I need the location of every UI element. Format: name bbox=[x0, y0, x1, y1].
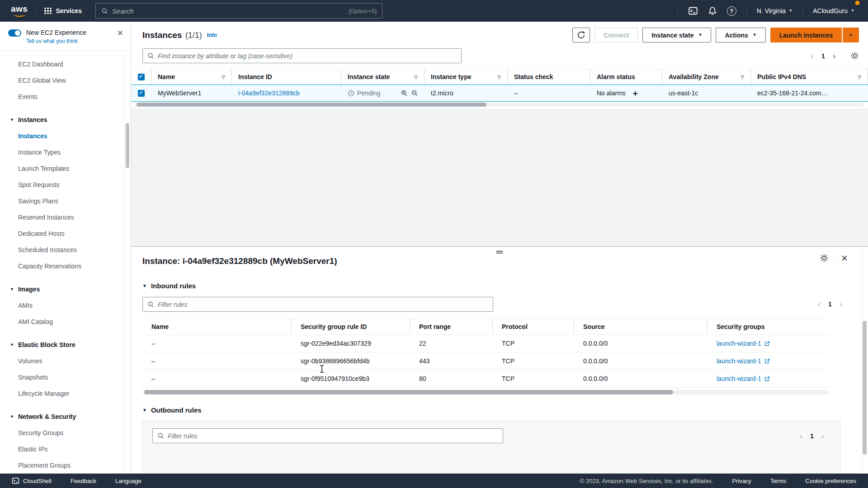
sidebar-item[interactable]: Snapshots bbox=[18, 369, 131, 385]
help-icon[interactable]: ? bbox=[727, 6, 736, 16]
info-link[interactable]: Info bbox=[207, 32, 217, 38]
sort-icon[interactable]: ▽ bbox=[411, 75, 418, 80]
global-search-box[interactable]: [Option+S] bbox=[95, 3, 382, 19]
privacy-link[interactable]: Privacy bbox=[732, 478, 751, 484]
inbound-filter-input[interactable] bbox=[158, 301, 488, 308]
divider bbox=[802, 5, 803, 17]
sort-icon[interactable]: ▽ bbox=[738, 75, 744, 80]
zoom-out-icon[interactable] bbox=[411, 90, 418, 97]
sidebar-item[interactable]: AMIs bbox=[18, 297, 131, 314]
inbound-hscrollbar-track[interactable] bbox=[142, 390, 830, 394]
connect-button[interactable]: Connect bbox=[594, 28, 638, 42]
sidebar-item[interactable]: EC2 Dashboard bbox=[18, 56, 131, 72]
copyright-text: © 2023, Amazon Web Services, Inc. or its… bbox=[580, 478, 713, 484]
sidebar-item[interactable]: Instance Types bbox=[18, 144, 131, 160]
panel-settings-gear-icon[interactable] bbox=[820, 253, 829, 263]
add-alarm-plus-icon[interactable]: + bbox=[633, 89, 638, 98]
sort-icon[interactable]: ▽ bbox=[219, 75, 225, 80]
column-header[interactable]: Instance type ▽ bbox=[425, 69, 508, 84]
panel-drag-handle[interactable] bbox=[495, 249, 504, 255]
row-checkbox[interactable] bbox=[131, 85, 151, 101]
column-header[interactable]: Availability Zone ▽ bbox=[662, 69, 751, 84]
column-header[interactable]: Public IPv4 DNS ▽ bbox=[751, 69, 868, 84]
feedback-link[interactable]: Feedback bbox=[71, 478, 96, 484]
outbound-filter-box[interactable] bbox=[152, 428, 503, 443]
sidebar-item[interactable]: Capacity Reservations bbox=[18, 258, 131, 274]
account-menu[interactable]: ACloudGuru ▼ bbox=[813, 7, 854, 14]
language-link[interactable]: Language bbox=[115, 478, 142, 484]
launch-instances-button[interactable]: Launch instances bbox=[770, 28, 842, 42]
security-group-link[interactable]: launch-wizard-1 bbox=[717, 357, 770, 365]
security-group-link[interactable]: launch-wizard-1 bbox=[717, 340, 770, 347]
find-instance-search[interactable] bbox=[142, 48, 462, 63]
next-page-icon[interactable]: › bbox=[840, 300, 842, 308]
instance-id-link[interactable]: i-04a9ef32e312889cb bbox=[238, 89, 299, 97]
panel-vscrollbar-thumb[interactable] bbox=[863, 321, 867, 455]
region-selector[interactable]: N. Virginia ▼ bbox=[757, 7, 793, 14]
column-header[interactable]: Name ▽ bbox=[151, 69, 232, 84]
prev-page-icon[interactable]: ‹ bbox=[811, 52, 814, 60]
sidebar-item[interactable]: ▼ Network & Security bbox=[18, 408, 131, 425]
inbound-rules-heading[interactable]: ▼ Inbound rules bbox=[142, 282, 857, 290]
sidebar-scrollbar-thumb[interactable] bbox=[126, 123, 129, 168]
inbound-filter-box[interactable] bbox=[142, 297, 493, 312]
global-search-input[interactable] bbox=[112, 7, 344, 15]
banner-feedback-link[interactable]: Tell us what you think bbox=[26, 38, 78, 44]
page-number: 1 bbox=[810, 432, 814, 440]
outbound-filter-input[interactable] bbox=[168, 432, 498, 440]
next-page-icon[interactable]: › bbox=[833, 52, 835, 60]
launch-instances-caret[interactable]: ▼ bbox=[843, 28, 859, 42]
sidebar-item[interactable]: Scheduled Instances bbox=[18, 242, 131, 258]
sidebar-item[interactable]: Elastic IPs bbox=[18, 441, 131, 457]
actions-dropdown[interactable]: Actions ▼ bbox=[716, 28, 765, 42]
close-icon[interactable]: ✕ bbox=[116, 28, 124, 38]
sidebar-item[interactable]: EC2 Global View bbox=[18, 72, 131, 89]
cloudshell-footer-button[interactable]: CloudShell bbox=[12, 477, 52, 484]
sidebar-item[interactable]: Launch Templates bbox=[18, 160, 131, 177]
zoom-in-icon[interactable] bbox=[401, 90, 408, 97]
sidebar-item[interactable]: Events bbox=[18, 89, 131, 105]
outbound-rules-heading[interactable]: ▼ Outbound rules bbox=[142, 406, 857, 414]
column-header[interactable]: Instance state ▽ bbox=[341, 69, 425, 84]
inbound-hscrollbar-thumb[interactable] bbox=[144, 390, 673, 394]
chevron-down-icon: ▼ bbox=[142, 408, 147, 413]
column-header[interactable]: Instance ID bbox=[232, 69, 341, 84]
sidebar-item[interactable]: Savings Plans bbox=[18, 193, 131, 209]
sort-icon[interactable]: ▽ bbox=[855, 75, 861, 80]
sidebar-item[interactable]: Dedicated Hosts bbox=[18, 225, 131, 242]
find-instance-input[interactable] bbox=[158, 52, 457, 60]
sidebar-item[interactable]: Security Groups bbox=[18, 425, 131, 441]
notifications-bell-icon[interactable] bbox=[708, 6, 717, 15]
sidebar-item[interactable]: AMI Catalog bbox=[18, 314, 131, 330]
instance-row[interactable]: MyWebServer1 i-04a9ef32e312889cb Pending… bbox=[131, 84, 868, 102]
sidebar-item[interactable]: Lifecycle Manager bbox=[18, 385, 131, 402]
sidebar-item[interactable]: ▼ Elastic Block Store bbox=[18, 337, 131, 353]
prev-page-icon[interactable]: ‹ bbox=[800, 432, 802, 440]
services-menu-button[interactable]: Services bbox=[44, 7, 82, 14]
new-experience-toggle[interactable] bbox=[8, 29, 21, 37]
sidebar-item[interactable]: Volumes bbox=[18, 353, 131, 369]
panel-close-icon[interactable]: ✕ bbox=[841, 254, 848, 263]
terms-link[interactable]: Terms bbox=[770, 478, 786, 484]
aws-logo[interactable]: aws bbox=[11, 5, 28, 17]
column-header[interactable]: Alarm status bbox=[590, 69, 662, 84]
instances-hscrollbar-track[interactable] bbox=[135, 103, 863, 107]
next-page-icon[interactable]: › bbox=[821, 432, 824, 440]
sidebar-item[interactable]: Placement Groups bbox=[18, 457, 131, 474]
security-group-link[interactable]: launch-wizard-1 bbox=[717, 375, 770, 382]
instances-hscrollbar-thumb[interactable] bbox=[137, 103, 486, 107]
sidebar-item[interactable]: ▼ Images bbox=[18, 281, 131, 297]
column-header[interactable]: Status check bbox=[508, 69, 590, 84]
instance-state-dropdown[interactable]: Instance state ▼ bbox=[642, 28, 711, 42]
refresh-button[interactable] bbox=[572, 28, 590, 42]
sidebar-item[interactable]: Reserved Instances bbox=[18, 209, 131, 225]
sort-icon[interactable]: ▽ bbox=[495, 75, 501, 80]
table-settings-gear-icon[interactable] bbox=[850, 52, 859, 60]
sidebar-item[interactable]: Spot Requests bbox=[18, 177, 131, 193]
select-all-checkbox[interactable] bbox=[131, 69, 151, 84]
sidebar-item[interactable]: Instances bbox=[18, 128, 131, 144]
cloudshell-icon[interactable] bbox=[688, 6, 698, 15]
sidebar-item[interactable]: ▼ Instances bbox=[18, 112, 131, 128]
prev-page-icon[interactable]: ‹ bbox=[818, 300, 821, 308]
cookie-preferences-link[interactable]: Cookie preferences bbox=[805, 478, 856, 484]
